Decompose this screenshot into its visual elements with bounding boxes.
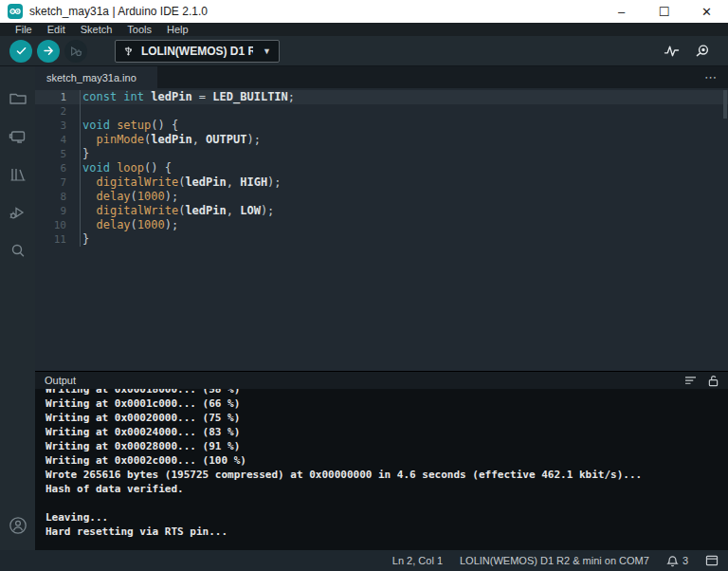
code-line-10[interactable]: 10 delay(1000);: [35, 218, 728, 232]
code-line-1[interactable]: 1const int ledPin = LED_BUILTIN;: [35, 90, 728, 104]
menu-file[interactable]: File: [8, 23, 40, 36]
sidebar-item-sketchbook[interactable]: [0, 80, 35, 118]
line-number: 11: [35, 232, 66, 247]
line-number: 10: [35, 218, 66, 232]
output-line: [46, 496, 728, 510]
arrow-right-icon: [43, 45, 55, 57]
toolbar: LOLIN(WEMOS) D1 R2 ... ▼: [0, 36, 728, 66]
board-selector-label: LOLIN(WEMOS) D1 R2 ...: [141, 45, 253, 58]
line-number: 3: [35, 119, 66, 133]
toolbar-right: [664, 44, 719, 58]
toggle-panel[interactable]: [705, 555, 719, 566]
serial-plotter-button[interactable]: [664, 44, 680, 58]
tab-sketch-ino[interactable]: sketch_may31a.ino: [35, 66, 157, 88]
editor-scrollbar[interactable]: [723, 90, 727, 119]
minimize-button[interactable]: –: [600, 0, 643, 23]
menu-bar: FileEditSketchToolsHelp: [0, 23, 728, 36]
lock-autoscroll-button[interactable]: [708, 375, 719, 387]
output-line: Writing at 0x00028000... (91 %): [46, 439, 728, 453]
clear-output-button[interactable]: [684, 376, 697, 386]
code-text: void setup() {: [66, 119, 178, 133]
serial-monitor-button[interactable]: [695, 44, 711, 58]
debug-icon: [69, 45, 82, 58]
books-icon: [9, 166, 27, 183]
cursor-position[interactable]: Ln 2, Col 1: [392, 555, 443, 566]
line-number: 7: [35, 175, 66, 190]
bell-icon: [666, 555, 679, 567]
menu-tools[interactable]: Tools: [119, 23, 159, 36]
output-header: Output: [35, 372, 728, 389]
editor-content: sketch_may31a.ino ⋯ 1const int ledPin = …: [35, 66, 728, 550]
tab-bar: sketch_may31a.ino ⋯: [35, 66, 728, 88]
board-selector[interactable]: LOLIN(WEMOS) D1 R2 ... ▼: [115, 40, 280, 63]
output-actions: [684, 375, 719, 387]
line-number: 2: [35, 104, 66, 119]
check-icon: [15, 45, 27, 57]
chevron-down-icon: ▼: [263, 46, 271, 56]
code-text: pinMode(ledPin, OUTPUT);: [66, 133, 261, 147]
lock-open-icon: [708, 375, 719, 387]
output-lines: Writing at 0x00018000... (58 %)Writing a…: [46, 389, 728, 539]
output-title: Output: [45, 375, 76, 386]
code-text: void loop() {: [66, 161, 172, 175]
serial-monitor-icon: [695, 44, 711, 58]
status-bar: Ln 2, Col 1 LOLIN(WEMOS) D1 R2 & mini on…: [0, 550, 728, 571]
code-line-3[interactable]: 3void setup() {: [35, 119, 728, 133]
code-text: delay(1000);: [66, 218, 178, 232]
code-line-7[interactable]: 7 digitalWrite(ledPin, HIGH);: [35, 175, 728, 190]
code-text: digitalWrite(ledPin, HIGH);: [66, 175, 282, 190]
code-line-8[interactable]: 8 delay(1000);: [35, 190, 728, 204]
title-bar: sketch_may31a | Arduino IDE 2.1.0 – ☐ ✕: [0, 0, 728, 23]
sidebar-item-library-manager[interactable]: [0, 156, 35, 193]
bug-play-icon: [9, 204, 27, 221]
menu-sketch[interactable]: Sketch: [73, 23, 120, 36]
sidebar-item-debug[interactable]: [0, 193, 35, 231]
arduino-ide-window: sketch_may31a | Arduino IDE 2.1.0 – ☐ ✕ …: [0, 0, 728, 571]
activity-sidebar: [0, 66, 35, 550]
close-button[interactable]: ✕: [685, 0, 728, 23]
line-number: 6: [35, 161, 66, 175]
notification-count: 3: [682, 555, 688, 566]
output-line: Writing at 0x00024000... (83 %): [46, 425, 728, 439]
folder-icon: [9, 90, 27, 107]
code-line-11[interactable]: 11}: [35, 232, 728, 247]
output-line: Writing at 0x00020000... (75 %): [46, 411, 728, 425]
output-line: Writing at 0x00018000... (58 %): [46, 389, 728, 396]
verify-button[interactable]: [9, 40, 32, 63]
menu-help[interactable]: Help: [159, 23, 196, 36]
code-line-4[interactable]: 4 pinMode(ledPin, OUTPUT);: [35, 133, 728, 147]
output-panel: Output Writing at 0x00018000... (58 %)Wr…: [35, 371, 728, 550]
window-title: sketch_may31a | Arduino IDE 2.1.0: [29, 5, 208, 18]
code-line-2[interactable]: 2: [35, 104, 728, 119]
code-line-9[interactable]: 9 digitalWrite(ledPin, LOW);: [35, 204, 728, 218]
menu-edit[interactable]: Edit: [40, 23, 73, 36]
output-line: Hash of data verified.: [46, 482, 728, 496]
tab-overflow-menu[interactable]: ⋯: [693, 66, 728, 88]
upload-button[interactable]: [37, 40, 60, 63]
output-console[interactable]: Writing at 0x00018000... (58 %)Writing a…: [35, 389, 728, 550]
code-line-5[interactable]: 5}: [35, 147, 728, 161]
notifications[interactable]: 3: [666, 555, 688, 567]
code-text: delay(1000);: [66, 190, 178, 204]
line-number: 1: [35, 90, 66, 104]
board-port-status[interactable]: LOLIN(WEMOS) D1 R2 & mini on COM7: [460, 555, 649, 566]
output-line: Leaving...: [46, 510, 728, 525]
sidebar-item-search[interactable]: [0, 231, 35, 269]
code-editor[interactable]: 1const int ledPin = LED_BUILTIN;23void s…: [35, 88, 728, 371]
output-line: Writing at 0x0002c000... (100 %): [46, 453, 728, 468]
code-text: }: [66, 232, 89, 247]
maximize-button[interactable]: ☐: [643, 0, 685, 23]
line-number: 4: [35, 133, 66, 147]
code-line-6[interactable]: 6void loop() {: [35, 161, 728, 175]
arduino-logo-icon: [8, 4, 23, 19]
line-number: 9: [35, 204, 66, 218]
account-icon: [8, 515, 28, 536]
usb-icon: [123, 45, 134, 57]
search-icon: [9, 242, 27, 259]
debug-button[interactable]: [64, 40, 87, 63]
panel-icon: [705, 555, 719, 566]
sidebar-item-account[interactable]: [0, 507, 35, 544]
code-lines: 1const int ledPin = LED_BUILTIN;23void s…: [35, 90, 728, 247]
window-controls: – ☐ ✕: [600, 0, 728, 23]
sidebar-item-boards-manager[interactable]: [0, 118, 35, 156]
